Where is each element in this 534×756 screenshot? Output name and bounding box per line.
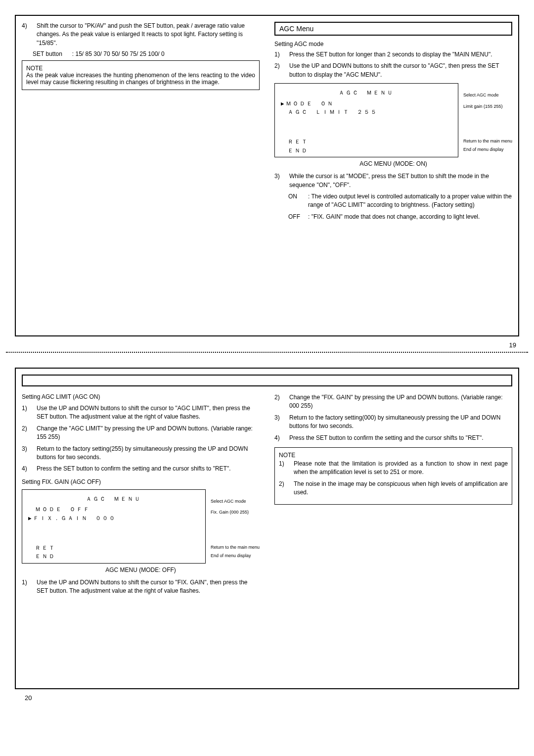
step-3: 3)Return to the factory setting(255) by … <box>22 445 260 462</box>
menu-title: ＡＧＣ ＭＥＮＵ <box>281 89 452 97</box>
menu-line-mode: ▶ＭＯＤＥ ＯＮ <box>281 99 452 108</box>
subheading: Setting AGC mode <box>274 41 512 47</box>
step-2b: 2)Change the "FIX. GAIN" by pressing the… <box>274 393 512 411</box>
on-label: ON <box>288 192 304 210</box>
off-label: OFF <box>288 213 304 221</box>
agc-menu-on: ＡＧＣ ＭＥＮＵ ▶ＭＯＤＥ ＯＮ ＡＧＣ ＬＩＭＩＴ ２５５ ＲＥＴ ＥＮＤ … <box>274 83 512 157</box>
menu-display: ＡＧＣ ＭＥＮＵ ＭＯＤＥ ＯＦＦ ▶ＦＩＸ．ＧＡＩＮ ０００ ＲＥＴ ＥＮＤ <box>22 489 206 564</box>
menu-ret: ＲＥＴ <box>28 544 199 553</box>
step-1b: 1)Use the UP and DOWN buttons to shift t… <box>22 578 260 596</box>
step-2: 2)Change the "AGC LIMIT" by pressing the… <box>22 425 260 442</box>
note-heading: NOTE <box>26 65 255 72</box>
menu-line-fix: ▶ＦＩＸ．ＧＡＩＮ ０００ <box>28 514 199 523</box>
note-item-1: 1)Please note that the limitation is pro… <box>279 460 508 477</box>
page-number: 20 <box>0 693 534 705</box>
setbtn-values: : 15/ 85 30/ 70 50/ 50 75/ 25 100/ 0 <box>72 50 165 57</box>
note-body: As the peak value increases the hunting … <box>26 72 255 86</box>
ann-ret: Return to the main menu <box>463 138 512 144</box>
page-number: 19 <box>0 340 534 352</box>
step-4b: 4)Press the SET button to confirm the se… <box>274 434 512 442</box>
ann-mode: Select AGC mode <box>463 92 512 98</box>
note-box: NOTE As the peak value increases the hun… <box>22 60 260 90</box>
page-divider <box>6 352 528 353</box>
ann-mode: Select AGC mode <box>211 498 260 505</box>
agc-menu-off: ＡＧＣ ＭＥＮＵ ＭＯＤＥ ＯＦＦ ▶ＦＩＸ．ＧＡＩＮ ０００ ＲＥＴ ＥＮＤ … <box>22 489 260 564</box>
menu-end: ＥＮＤ <box>281 146 452 155</box>
step-4: 4) Shift the cursor to "PK/AV" and push … <box>22 22 260 47</box>
step-4: 4)Press the SET button to confirm the se… <box>22 465 260 473</box>
ann-fix: Fix. Gain (000 255) <box>211 509 260 516</box>
ann-ret: Return to the main menu <box>211 544 260 551</box>
menu-annotations: Select AGC mode Limit gain (155 255) Ret… <box>463 83 512 154</box>
step-3b: 3)Return to the factory setting(000) by … <box>274 414 512 431</box>
menu-display: ＡＧＣ ＭＥＮＵ ▶ＭＯＤＥ ＯＮ ＡＧＣ ＬＩＭＩＴ ２５５ ＲＥＴ ＥＮＤ <box>274 83 458 157</box>
menu-caption: AGC MENU (MODE: ON) <box>274 160 512 167</box>
menu-ret: ＲＥＴ <box>281 138 452 146</box>
menu-line-mode: ＭＯＤＥ ＯＦＦ <box>28 505 199 514</box>
agc-menu-heading: AGC Menu <box>274 22 512 36</box>
blank-section-bar <box>22 375 512 386</box>
ann-limit: Limit gain (155 255) <box>463 103 512 110</box>
set-button-line: SET button : 15/ 85 30/ 70 50/ 50 75/ 25… <box>33 50 260 57</box>
menu-caption: AGC MENU (MODE: OFF) <box>22 567 260 573</box>
off-text: : "FIX. GAIN" mode that does not change,… <box>308 213 480 221</box>
menu-line-limit: ＡＧＣ ＬＩＭＩＴ ２５５ <box>281 108 452 117</box>
ann-end: End of menu display <box>463 146 512 153</box>
step-2: 2)Use the UP and DOWN buttons to shift t… <box>274 62 512 79</box>
step-1: 1)Use the UP and DOWN buttons to shift t… <box>22 404 260 422</box>
subheading-fix-gain: Setting FIX. GAIN (AGC OFF) <box>22 478 260 485</box>
note-heading: NOTE <box>279 452 508 459</box>
menu-end: ＥＮＤ <box>28 552 199 561</box>
note-box: NOTE 1)Please note that the limitation i… <box>274 447 512 505</box>
on-text: : The video output level is controlled a… <box>308 192 512 210</box>
note-item-2: 2)The noise in the image may be conspicu… <box>279 480 508 497</box>
ann-end: End of menu display <box>211 553 260 559</box>
step-number: 4) <box>22 22 32 47</box>
on-option: ON : The video output level is controlle… <box>274 192 512 210</box>
step-1: 1)Press the SET button for longer than 2… <box>274 50 512 59</box>
subheading-agc-limit: Setting AGC LIMIT (AGC ON) <box>22 393 260 400</box>
step-3: 3)While the cursor is at "MODE", press t… <box>274 172 512 189</box>
off-option: OFF : "FIX. GAIN" mode that does not cha… <box>274 213 512 221</box>
menu-annotations: Select AGC mode Fix. Gain (000 255) Retu… <box>211 489 260 561</box>
step-text: Shift the cursor to "PK/AV" and push the… <box>37 22 260 47</box>
menu-title: ＡＧＣ ＭＥＮＵ <box>28 495 199 504</box>
setbtn-label: SET button <box>33 50 62 57</box>
